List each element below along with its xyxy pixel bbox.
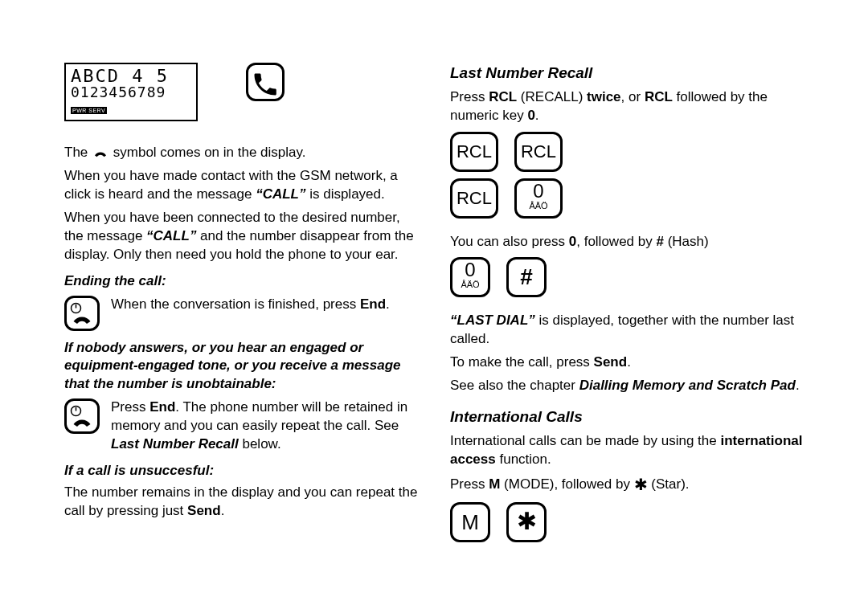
paragraph-connected: When you have been connected to the desi… (64, 209, 418, 264)
nobody-answers-text: Press End. The phone number will be reta… (111, 398, 418, 454)
zero-key: 0 ÅÄÖ (450, 257, 490, 297)
heading-ending-call: Ending the call: (64, 272, 418, 291)
key-row-zero-hash: 0 ÅÄÖ # (450, 257, 804, 297)
lcd-line1: ABCD 4 5 (71, 67, 191, 85)
end-handset-icon (68, 403, 96, 431)
hash-key: # (506, 257, 547, 297)
key-row-rcl-zero: RCL 0 ÅÄÖ (450, 178, 804, 219)
key-row-m-star: M ✱ (450, 502, 804, 542)
end-key-icon-2 (64, 398, 100, 434)
heading-unsuccessful: If a call is unsuccesful: (64, 462, 418, 480)
rcl-instruction: Press RCL (RECALL) twice, or RCL followe… (450, 88, 804, 125)
last-dial-text: “LAST DIAL” is displayed, together with … (450, 312, 804, 349)
see-also-text: See also the chapter Dialling Memory and… (450, 377, 804, 395)
top-illustration: ABCD 4 5 0123456789 PWR SERV (64, 63, 418, 121)
lcd-status: PWR SERV (71, 107, 107, 114)
paragraph-symbol: The symbol comes on in the display. (64, 144, 418, 162)
rcl-key: RCL (450, 178, 498, 219)
make-call-text: To make the call, press Send. (450, 353, 804, 372)
heading-nobody-answers: If nobody answers, or you hear an engage… (64, 339, 418, 394)
heading-last-number-recall: Last Number Recall (450, 63, 804, 84)
right-column: Last Number Recall Press RCL (RECALL) tw… (450, 63, 804, 581)
end-handset-icon (68, 300, 96, 329)
m-key: M (450, 502, 490, 542)
unsuccessful-text: The number remains in the display and yo… (64, 484, 418, 521)
star-key: ✱ (506, 502, 547, 542)
left-column: ABCD 4 5 0123456789 PWR SERV The symbol … (64, 63, 418, 581)
ending-call-text: When the conversation is finished, press… (111, 296, 390, 314)
ending-call-block: When the conversation is finished, press… (64, 296, 418, 331)
key-row-rcl-rcl: RCL RCL (450, 132, 804, 172)
lcd-line2: 0123456789 (71, 85, 191, 100)
zero-key: 0 ÅÄÖ (514, 178, 563, 219)
handset-small-icon (92, 147, 109, 158)
end-key-icon (64, 296, 100, 331)
handset-icon (251, 70, 280, 99)
send-key-icon (246, 63, 285, 101)
rcl-key: RCL (450, 132, 498, 172)
zero-hash-instruction: You can also press 0, followed by # (Has… (450, 233, 804, 251)
m-star-instruction: Press M (MODE), followed by ✱ (Star). (450, 474, 804, 496)
intl-access-text: International calls can be made by using… (450, 432, 804, 469)
lcd-display: ABCD 4 5 0123456789 PWR SERV (64, 63, 198, 121)
document-page: ABCD 4 5 0123456789 PWR SERV The symbol … (0, 0, 868, 613)
paragraph-gsm: When you have made contact with the GSM … (64, 167, 418, 204)
nobody-answers-block: Press End. The phone number will be reta… (64, 398, 418, 454)
heading-international-calls: International Calls (450, 407, 804, 427)
rcl-key: RCL (514, 132, 563, 172)
